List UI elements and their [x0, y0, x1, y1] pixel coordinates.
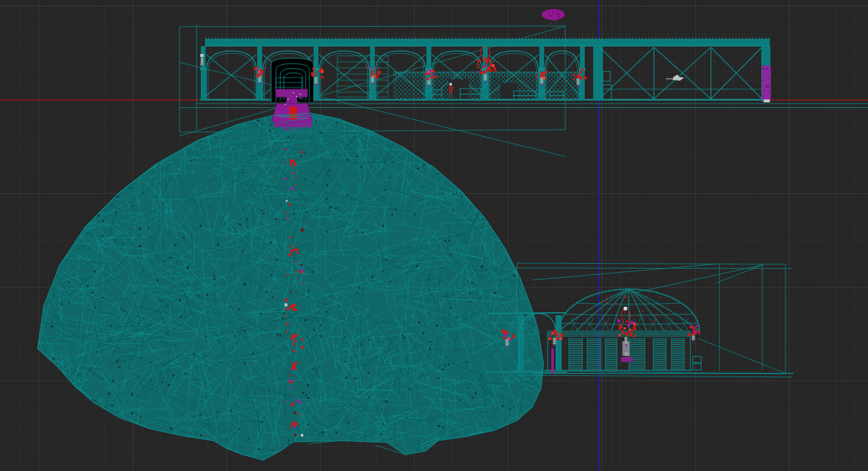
wireframe-scene	[0, 0, 868, 471]
magenta-column-wrap	[762, 65, 771, 102]
magenta-vine-post	[551, 349, 554, 373]
purple-fountain	[272, 89, 312, 131]
cad-viewport[interactable]	[0, 0, 868, 471]
